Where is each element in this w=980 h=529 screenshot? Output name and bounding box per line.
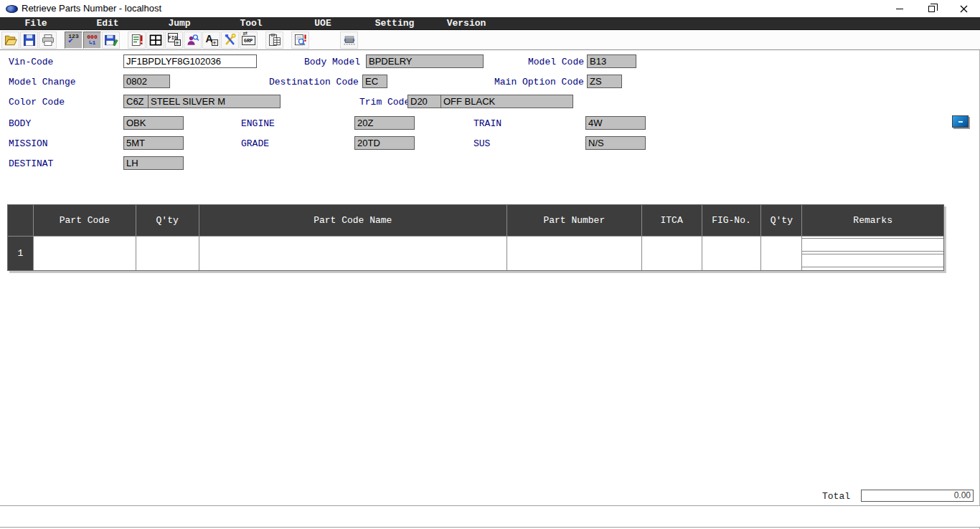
cell-part-code[interactable] (34, 237, 136, 270)
header-itca: ITCA (642, 205, 702, 237)
document-check-button[interactable] (291, 32, 309, 49)
total-field: 0.00 (861, 490, 974, 502)
menu-jump[interactable]: Jump (143, 17, 215, 30)
destination-code-field: EC (362, 75, 387, 88)
total-label: Total (822, 491, 850, 502)
parts-table-header-row: Part Code Q'ty Part Code Name Part Numbe… (8, 205, 943, 237)
cell-part-code-name[interactable] (199, 237, 507, 270)
toolbar: 123 ✔ 000 ↳1 (0, 30, 980, 50)
minimize-icon (896, 9, 903, 9)
open-file-icon (4, 33, 18, 47)
cell-fig-no[interactable] (702, 237, 762, 270)
window-layout-button[interactable] (340, 32, 358, 49)
verify-quantity-button[interactable]: 123 ✔ (65, 32, 83, 49)
color-code-label: Color Code (9, 97, 65, 108)
cell-rownum: 1 (8, 237, 34, 270)
main-option-code-label: Main Option Code (494, 77, 584, 87)
model-change-field: 0802 (123, 75, 170, 88)
header-fig-no: FIG-No. (702, 205, 762, 237)
trim-name-field: OFF BLACK (440, 95, 573, 108)
remarks-top-cell[interactable] (802, 238, 943, 252)
document-check-alert-icon (293, 33, 308, 47)
group-icon: GRP ⇄ (242, 33, 256, 47)
train-label: TRAIN (473, 118, 501, 129)
window-layout-icon (342, 33, 357, 47)
save-edit-icon (104, 33, 118, 47)
mission-field: 5MT (123, 136, 184, 150)
print-icon (41, 33, 55, 47)
open-file-button[interactable] (1, 32, 19, 49)
close-button[interactable] (948, 0, 980, 17)
remarks-bottom-cell[interactable] (802, 254, 943, 267)
title-bar: Retrieve Parts Number - localhost (0, 0, 980, 17)
save-button[interactable] (20, 32, 38, 49)
menu-tool[interactable]: Tool (215, 17, 287, 30)
font-add-button[interactable]: A + (202, 32, 220, 49)
table-row: 1 (8, 237, 943, 270)
tools-button[interactable] (221, 32, 239, 49)
destinat-field: LH (123, 156, 184, 170)
status-bar (0, 505, 980, 528)
trim-code-field: D20 (407, 95, 441, 108)
menu-setting[interactable]: Setting (359, 17, 430, 30)
cell-part-number[interactable] (507, 237, 642, 270)
menu-edit[interactable]: Edit (72, 17, 143, 30)
cell-qty2[interactable] (761, 237, 802, 270)
part-memo-icon (130, 33, 144, 47)
trim-code-label: Trim Code (359, 97, 410, 108)
verify-123-icon: 123 ✔ (68, 34, 78, 47)
renumber-button[interactable]: 000 ↳1 (83, 32, 101, 49)
menu-version[interactable]: Version (430, 17, 502, 30)
collapse-panel-button[interactable] (952, 115, 969, 128)
print-button[interactable] (39, 32, 57, 49)
menu-uoe[interactable]: UOE (287, 17, 359, 30)
user-search-button[interactable] (184, 32, 202, 49)
figure-add-button[interactable]: FIG + (165, 32, 183, 49)
destinat-label: DESTINAT (9, 158, 53, 169)
engine-field: 20Z (354, 116, 415, 130)
restore-button[interactable] (915, 0, 948, 17)
font-add-icon: A + (204, 33, 219, 47)
engine-label: ENGINE (241, 118, 275, 129)
train-field: 4W (585, 116, 646, 130)
cell-qty[interactable] (136, 237, 199, 270)
minimize-button[interactable] (883, 0, 915, 17)
group-button[interactable]: GRP ⇄ (240, 32, 258, 49)
save-edit-button[interactable] (102, 32, 120, 49)
close-icon (960, 5, 968, 13)
menu-file[interactable]: File (0, 17, 72, 30)
body-label: BODY (9, 118, 31, 129)
cell-remarks (802, 237, 943, 270)
figure-add-icon: FIG + (167, 33, 182, 47)
tools-icon (223, 33, 237, 47)
main-option-code-field: ZS (587, 75, 622, 88)
grade-label: GRADE (241, 138, 269, 149)
window-title: Retrieve Parts Number - localhost (22, 3, 161, 14)
header-qty: Q'ty (136, 205, 199, 237)
grid-window-button[interactable] (146, 32, 164, 49)
header-part-number: Part Number (507, 205, 642, 237)
restore-icon (928, 6, 935, 12)
window-controls (883, 0, 980, 17)
sus-field: N/S (585, 136, 646, 150)
header-remarks: Remarks (802, 205, 943, 237)
grid-window-icon (149, 33, 163, 47)
part-memo-button[interactable] (128, 32, 146, 49)
body-model-label: Body Model (304, 57, 360, 67)
menu-bar: File Edit Jump Tool UOE Setting Version (0, 17, 980, 30)
header-part-code: Part Code (34, 205, 136, 237)
header-qty2: Q'ty (761, 205, 802, 237)
save-icon (22, 33, 37, 47)
vin-code-label: Vin-Code (9, 57, 53, 67)
header-rownum (8, 205, 34, 237)
vin-code-input[interactable] (123, 54, 257, 68)
clipboard-list-button[interactable] (265, 32, 283, 49)
header-part-code-name: Part Code Name (199, 205, 507, 237)
model-change-label: Model Change (9, 77, 76, 87)
model-code-field: B13 (587, 54, 636, 68)
cell-itca[interactable] (642, 237, 702, 270)
model-code-label: Model Code (528, 57, 584, 67)
mission-label: MISSION (9, 138, 48, 149)
color-code-field: C6Z (123, 95, 149, 108)
body-model-field: BPDELRY (366, 54, 484, 68)
